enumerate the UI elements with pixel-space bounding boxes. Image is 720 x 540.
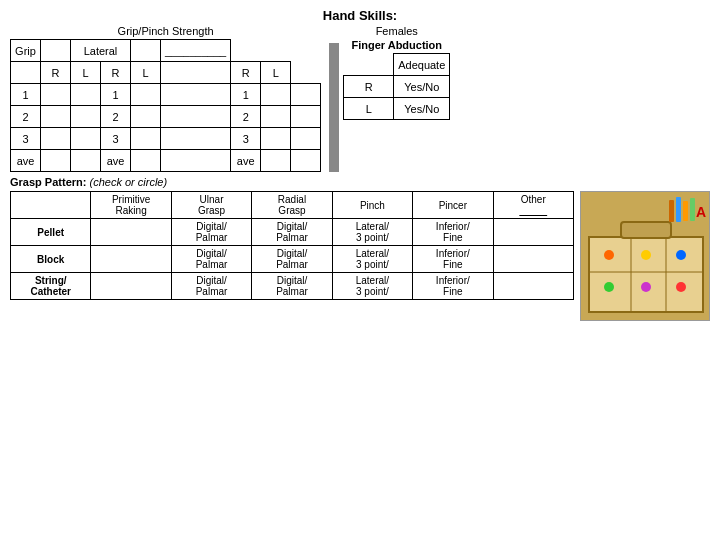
string-radial: Digital/Palmar <box>252 273 332 300</box>
grip-l-header: L <box>71 62 101 84</box>
block-pinch: Lateral/3 point/ <box>332 246 412 273</box>
grasp-label-text: Grasp Pattern: <box>10 176 86 188</box>
header-pincer: Pincer <box>413 192 493 219</box>
header-primitive: PrimitiveRaking <box>91 192 171 219</box>
gray-divider <box>329 43 339 172</box>
lateral-label: Lateral <box>71 40 131 62</box>
toolbox-image: A <box>580 191 710 321</box>
grasp-table: PrimitiveRaking UlnarGrasp RadialGrasp P… <box>10 191 574 300</box>
block-ulnar: Digital/Palmar <box>171 246 251 273</box>
females-label: Females <box>343 25 450 37</box>
header: Hand Skills: <box>10 8 710 23</box>
svg-rect-15 <box>690 198 695 221</box>
row1-num: 1 <box>11 84 41 106</box>
header-radial: RadialGrasp <box>252 192 332 219</box>
row2-num: 2 <box>11 106 41 128</box>
line-cell: __________ <box>161 40 231 62</box>
bottom-area: PrimitiveRaking UlnarGrasp RadialGrasp P… <box>10 191 710 321</box>
grasp-table-wrap: PrimitiveRaking UlnarGrasp RadialGrasp P… <box>10 191 574 321</box>
pellet-pincer: Inferior/Fine <box>413 219 493 246</box>
string-ulnar: Digital/Palmar <box>171 273 251 300</box>
svg-rect-14 <box>683 201 688 221</box>
svg-rect-1 <box>589 237 703 312</box>
svg-point-10 <box>641 282 651 292</box>
block-pincer: Inferior/Fine <box>413 246 493 273</box>
row-ave-num: ave <box>11 150 41 172</box>
svg-text:A: A <box>696 204 706 220</box>
string-pinch: Lateral/3 point/ <box>332 273 412 300</box>
svg-rect-2 <box>621 222 671 238</box>
grip-cell: Grip <box>11 40 41 62</box>
grip-section: Grip/Pinch Strength Grip Lateral _______… <box>10 25 321 172</box>
svg-rect-13 <box>676 197 681 222</box>
string-pincer: Inferior/Fine <box>413 273 493 300</box>
svg-rect-12 <box>669 200 674 222</box>
svg-point-8 <box>676 250 686 260</box>
toolbox-svg: A <box>581 192 710 321</box>
svg-point-6 <box>604 250 614 260</box>
string-label: String/Catheter <box>11 273 91 300</box>
lateral-l-header: L <box>131 62 161 84</box>
block-label: Block <box>11 246 91 273</box>
females-section: Females Finger Abduction Adequate R Yes/… <box>343 25 450 172</box>
header-ulnar: UlnarGrasp <box>171 192 251 219</box>
top-section: Grip/Pinch Strength Grip Lateral _______… <box>10 25 710 172</box>
svg-point-7 <box>641 250 651 260</box>
r-label: R <box>344 76 394 98</box>
pellet-radial: Digital/Palmar <box>252 219 332 246</box>
svg-point-9 <box>604 282 614 292</box>
grasp-note: (check or circle) <box>89 176 167 188</box>
svg-point-11 <box>676 282 686 292</box>
row3-num: 3 <box>11 128 41 150</box>
finger-table: Adequate R Yes/No L Yes/No <box>343 53 450 120</box>
grip-label: Grip/Pinch Strength <box>10 25 321 37</box>
header-other: Other <box>493 192 573 219</box>
pellet-pinch: Lateral/3 point/ <box>332 219 412 246</box>
l-label: L <box>344 98 394 120</box>
l-header: L <box>261 62 291 84</box>
page-title: Hand Skills: <box>323 8 397 23</box>
header-pinch: Pinch <box>332 192 412 219</box>
grip-table: Grip Lateral __________ R L R L R L <box>10 39 321 172</box>
pellet-label: Pellet <box>11 219 91 246</box>
r-yesno: Yes/No <box>394 76 450 98</box>
l-yesno: Yes/No <box>394 98 450 120</box>
finger-abduction-label: Finger Abduction <box>343 39 450 51</box>
lateral-r-header: R <box>101 62 131 84</box>
block-radial: Digital/Palmar <box>252 246 332 273</box>
pellet-ulnar: Digital/Palmar <box>171 219 251 246</box>
r-header: R <box>231 62 261 84</box>
grasp-section-label: Grasp Pattern: (check or circle) <box>10 176 710 188</box>
adequate-cell: Adequate <box>394 54 450 76</box>
page: Hand Skills: Grip/Pinch Strength Grip La… <box>0 0 720 540</box>
grip-r-header: R <box>41 62 71 84</box>
